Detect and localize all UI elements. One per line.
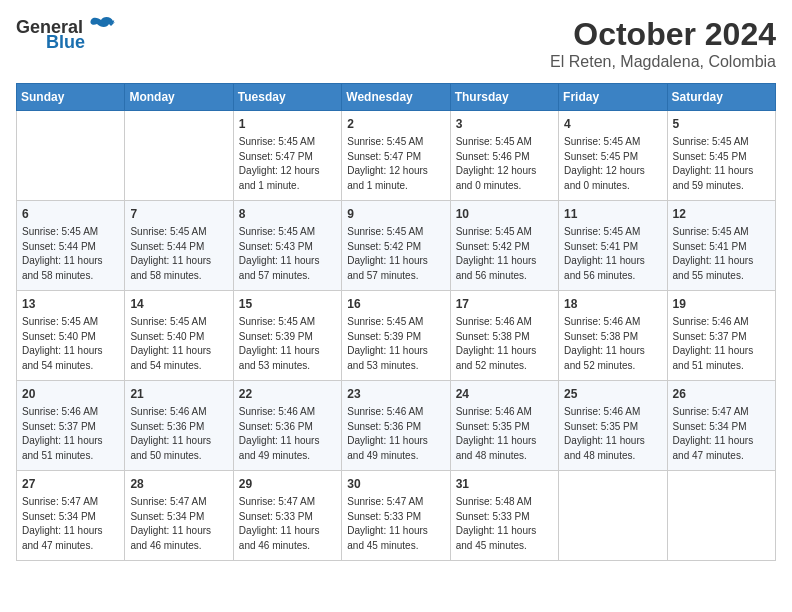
calendar-cell: 19Sunrise: 5:46 AMSunset: 5:37 PMDayligh… bbox=[667, 291, 775, 381]
calendar-cell: 14Sunrise: 5:45 AMSunset: 5:40 PMDayligh… bbox=[125, 291, 233, 381]
day-header-wednesday: Wednesday bbox=[342, 84, 450, 111]
day-info: Sunrise: 5:45 AMSunset: 5:41 PMDaylight:… bbox=[564, 225, 661, 283]
calendar-cell: 9Sunrise: 5:45 AMSunset: 5:42 PMDaylight… bbox=[342, 201, 450, 291]
day-info: Sunrise: 5:46 AMSunset: 5:36 PMDaylight:… bbox=[347, 405, 444, 463]
calendar-cell: 28Sunrise: 5:47 AMSunset: 5:34 PMDayligh… bbox=[125, 471, 233, 561]
day-info: Sunrise: 5:45 AMSunset: 5:45 PMDaylight:… bbox=[673, 135, 770, 193]
day-info: Sunrise: 5:45 AMSunset: 5:40 PMDaylight:… bbox=[130, 315, 227, 373]
logo: General Blue bbox=[16, 16, 115, 53]
day-number: 5 bbox=[673, 115, 770, 133]
day-info: Sunrise: 5:48 AMSunset: 5:33 PMDaylight:… bbox=[456, 495, 553, 553]
calendar-cell bbox=[559, 471, 667, 561]
calendar-cell: 23Sunrise: 5:46 AMSunset: 5:36 PMDayligh… bbox=[342, 381, 450, 471]
calendar-cell bbox=[667, 471, 775, 561]
day-info: Sunrise: 5:47 AMSunset: 5:34 PMDaylight:… bbox=[22, 495, 119, 553]
day-info: Sunrise: 5:45 AMSunset: 5:43 PMDaylight:… bbox=[239, 225, 336, 283]
day-number: 21 bbox=[130, 385, 227, 403]
day-number: 8 bbox=[239, 205, 336, 223]
calendar-cell: 18Sunrise: 5:46 AMSunset: 5:38 PMDayligh… bbox=[559, 291, 667, 381]
day-info: Sunrise: 5:45 AMSunset: 5:45 PMDaylight:… bbox=[564, 135, 661, 193]
calendar-cell: 3Sunrise: 5:45 AMSunset: 5:46 PMDaylight… bbox=[450, 111, 558, 201]
day-number: 23 bbox=[347, 385, 444, 403]
day-info: Sunrise: 5:45 AMSunset: 5:40 PMDaylight:… bbox=[22, 315, 119, 373]
calendar-cell: 11Sunrise: 5:45 AMSunset: 5:41 PMDayligh… bbox=[559, 201, 667, 291]
day-info: Sunrise: 5:45 AMSunset: 5:42 PMDaylight:… bbox=[456, 225, 553, 283]
calendar-cell: 12Sunrise: 5:45 AMSunset: 5:41 PMDayligh… bbox=[667, 201, 775, 291]
day-number: 30 bbox=[347, 475, 444, 493]
day-info: Sunrise: 5:46 AMSunset: 5:36 PMDaylight:… bbox=[239, 405, 336, 463]
day-info: Sunrise: 5:46 AMSunset: 5:38 PMDaylight:… bbox=[456, 315, 553, 373]
day-info: Sunrise: 5:46 AMSunset: 5:37 PMDaylight:… bbox=[673, 315, 770, 373]
week-row-3: 13Sunrise: 5:45 AMSunset: 5:40 PMDayligh… bbox=[17, 291, 776, 381]
calendar-cell: 22Sunrise: 5:46 AMSunset: 5:36 PMDayligh… bbox=[233, 381, 341, 471]
calendar-cell: 20Sunrise: 5:46 AMSunset: 5:37 PMDayligh… bbox=[17, 381, 125, 471]
day-number: 15 bbox=[239, 295, 336, 313]
calendar-cell: 30Sunrise: 5:47 AMSunset: 5:33 PMDayligh… bbox=[342, 471, 450, 561]
day-info: Sunrise: 5:45 AMSunset: 5:44 PMDaylight:… bbox=[22, 225, 119, 283]
logo-blue: Blue bbox=[46, 32, 85, 53]
day-info: Sunrise: 5:45 AMSunset: 5:41 PMDaylight:… bbox=[673, 225, 770, 283]
day-info: Sunrise: 5:45 AMSunset: 5:44 PMDaylight:… bbox=[130, 225, 227, 283]
day-info: Sunrise: 5:45 AMSunset: 5:39 PMDaylight:… bbox=[347, 315, 444, 373]
location-title: El Reten, Magdalena, Colombia bbox=[550, 53, 776, 71]
calendar-cell bbox=[17, 111, 125, 201]
day-number: 7 bbox=[130, 205, 227, 223]
day-header-friday: Friday bbox=[559, 84, 667, 111]
day-number: 14 bbox=[130, 295, 227, 313]
day-info: Sunrise: 5:45 AMSunset: 5:42 PMDaylight:… bbox=[347, 225, 444, 283]
calendar-cell: 27Sunrise: 5:47 AMSunset: 5:34 PMDayligh… bbox=[17, 471, 125, 561]
day-number: 27 bbox=[22, 475, 119, 493]
day-info: Sunrise: 5:45 AMSunset: 5:47 PMDaylight:… bbox=[347, 135, 444, 193]
calendar-cell: 31Sunrise: 5:48 AMSunset: 5:33 PMDayligh… bbox=[450, 471, 558, 561]
day-number: 24 bbox=[456, 385, 553, 403]
week-row-2: 6Sunrise: 5:45 AMSunset: 5:44 PMDaylight… bbox=[17, 201, 776, 291]
day-number: 9 bbox=[347, 205, 444, 223]
day-info: Sunrise: 5:47 AMSunset: 5:33 PMDaylight:… bbox=[347, 495, 444, 553]
day-number: 12 bbox=[673, 205, 770, 223]
day-number: 25 bbox=[564, 385, 661, 403]
day-number: 13 bbox=[22, 295, 119, 313]
day-number: 31 bbox=[456, 475, 553, 493]
day-number: 2 bbox=[347, 115, 444, 133]
day-info: Sunrise: 5:45 AMSunset: 5:46 PMDaylight:… bbox=[456, 135, 553, 193]
calendar-cell bbox=[125, 111, 233, 201]
day-number: 6 bbox=[22, 205, 119, 223]
calendar-cell: 5Sunrise: 5:45 AMSunset: 5:45 PMDaylight… bbox=[667, 111, 775, 201]
page-header: General Blue October 2024 El Reten, Magd… bbox=[16, 16, 776, 71]
calendar-cell: 7Sunrise: 5:45 AMSunset: 5:44 PMDaylight… bbox=[125, 201, 233, 291]
day-number: 22 bbox=[239, 385, 336, 403]
day-number: 28 bbox=[130, 475, 227, 493]
day-number: 26 bbox=[673, 385, 770, 403]
day-info: Sunrise: 5:46 AMSunset: 5:37 PMDaylight:… bbox=[22, 405, 119, 463]
day-info: Sunrise: 5:46 AMSunset: 5:38 PMDaylight:… bbox=[564, 315, 661, 373]
day-header-saturday: Saturday bbox=[667, 84, 775, 111]
day-number: 20 bbox=[22, 385, 119, 403]
calendar-cell: 4Sunrise: 5:45 AMSunset: 5:45 PMDaylight… bbox=[559, 111, 667, 201]
calendar-cell: 2Sunrise: 5:45 AMSunset: 5:47 PMDaylight… bbox=[342, 111, 450, 201]
day-info: Sunrise: 5:46 AMSunset: 5:35 PMDaylight:… bbox=[456, 405, 553, 463]
day-number: 18 bbox=[564, 295, 661, 313]
day-info: Sunrise: 5:47 AMSunset: 5:34 PMDaylight:… bbox=[130, 495, 227, 553]
day-number: 29 bbox=[239, 475, 336, 493]
logo-bird-icon bbox=[87, 16, 115, 38]
week-row-5: 27Sunrise: 5:47 AMSunset: 5:34 PMDayligh… bbox=[17, 471, 776, 561]
title-block: October 2024 El Reten, Magdalena, Colomb… bbox=[550, 16, 776, 71]
calendar-cell: 10Sunrise: 5:45 AMSunset: 5:42 PMDayligh… bbox=[450, 201, 558, 291]
calendar-cell: 25Sunrise: 5:46 AMSunset: 5:35 PMDayligh… bbox=[559, 381, 667, 471]
day-info: Sunrise: 5:46 AMSunset: 5:35 PMDaylight:… bbox=[564, 405, 661, 463]
day-header-monday: Monday bbox=[125, 84, 233, 111]
day-number: 11 bbox=[564, 205, 661, 223]
calendar-cell: 15Sunrise: 5:45 AMSunset: 5:39 PMDayligh… bbox=[233, 291, 341, 381]
day-number: 17 bbox=[456, 295, 553, 313]
day-number: 10 bbox=[456, 205, 553, 223]
day-number: 4 bbox=[564, 115, 661, 133]
day-number: 1 bbox=[239, 115, 336, 133]
day-number: 16 bbox=[347, 295, 444, 313]
calendar-cell: 24Sunrise: 5:46 AMSunset: 5:35 PMDayligh… bbox=[450, 381, 558, 471]
calendar-cell: 6Sunrise: 5:45 AMSunset: 5:44 PMDaylight… bbox=[17, 201, 125, 291]
calendar-cell: 21Sunrise: 5:46 AMSunset: 5:36 PMDayligh… bbox=[125, 381, 233, 471]
day-info: Sunrise: 5:46 AMSunset: 5:36 PMDaylight:… bbox=[130, 405, 227, 463]
calendar-cell: 1Sunrise: 5:45 AMSunset: 5:47 PMDaylight… bbox=[233, 111, 341, 201]
day-info: Sunrise: 5:45 AMSunset: 5:47 PMDaylight:… bbox=[239, 135, 336, 193]
day-number: 19 bbox=[673, 295, 770, 313]
